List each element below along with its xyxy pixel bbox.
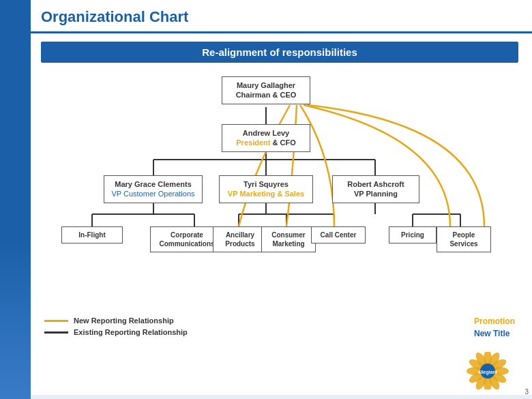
vp2-box: Tyri Squyres VP Marketing & Sales [219, 175, 313, 203]
vp1-box: Mary Grace Clements VP Customer Operatio… [104, 175, 203, 203]
main-content: Organizational Chart Re-alignment of res… [31, 0, 532, 399]
left-accent-bar [0, 0, 31, 399]
leaf-consumer: ConsumerMarketing [261, 226, 316, 252]
header: Organizational Chart [31, 0, 532, 33]
ceo-box: Maury Gallagher Chairman & CEO [222, 76, 310, 104]
legend: New Reporting Relationship Existing Repo… [44, 316, 188, 336]
legend-yellow-line [44, 320, 68, 322]
leaf-ancillary: AncillaryProducts [213, 226, 267, 252]
cfo-box: Andrew Levy President & CFO [222, 124, 310, 152]
legend-labels: Promotion New Title [474, 316, 515, 338]
leaf-inflight: In-Flight [61, 226, 123, 243]
leaf-pricing: Pricing [389, 226, 437, 243]
legend-existing-reporting: Existing Reporting Relationship [44, 328, 188, 336]
page-title: Organizational Chart [41, 8, 188, 25]
legend-new-reporting: New Reporting Relationship [44, 316, 188, 325]
leaf-people-services: PeopleServices [437, 226, 491, 252]
leaf-call-center: Call Center [311, 226, 366, 243]
banner: Re-alignment of responsibilities [41, 42, 518, 63]
org-chart: Maury Gallagher Chairman & CEO Andrew Le… [41, 70, 518, 315]
main-body: Re-alignment of responsibilities [31, 33, 532, 395]
legend-black-line [44, 331, 68, 334]
promotion-label: Promotion [474, 316, 515, 326]
allegiant-logo: allegiant [464, 352, 518, 392]
vp3-box: Robert Ashcroft VP Planning [332, 175, 419, 203]
svg-text:allegiant: allegiant [478, 370, 498, 375]
page-number: 3 [524, 388, 529, 396]
new-title-label: New Title [474, 329, 515, 338]
